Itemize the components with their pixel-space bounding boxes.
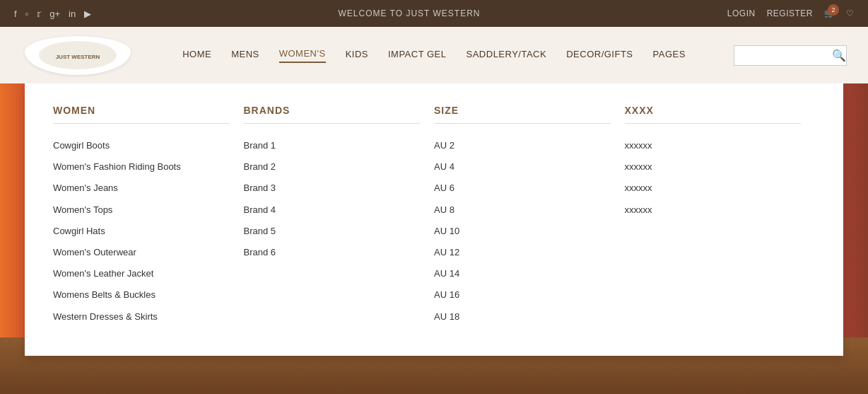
au8-link[interactable]: AU 8 [434,199,611,221]
wishlist-icon[interactable]: ♡ [846,8,854,18]
brand2-link[interactable]: Brand 2 [244,156,421,178]
nav-saddlery[interactable]: SADDLERY/TACK [467,49,547,62]
brand6-link[interactable]: Brand 6 [244,242,421,263]
fashion-riding-boots-link[interactable]: Women's Fashion Riding Boots [53,156,230,178]
size-column-header: SIZE [434,105,611,124]
western-dresses-link[interactable]: Western Dresses & Skirts [53,306,230,328]
nav-decor[interactable]: DECOR/GIFTS [566,49,633,62]
xxxx-column: XXXX xxxxxx xxxxxx xxxxxx xxxxxx [625,105,816,328]
login-link[interactable]: LOGIN [727,8,756,18]
dropdown-grid: WOMEN Cowgirl Boots Women's Fashion Ridi… [53,105,815,328]
logo-svg: JUST WESTERN [35,40,120,71]
brand3-link[interactable]: Brand 3 [244,178,421,199]
xxxx4-link[interactable]: xxxxxx [625,199,802,221]
au16-link[interactable]: AU 16 [434,284,611,306]
cart-badge: 2 [828,4,839,16]
xxxx1-link[interactable]: xxxxxx [625,135,802,156]
register-link[interactable]: REGISTER [767,8,813,18]
top-bar-actions: LOGIN REGISTER 🛒 2 ♡ [727,8,854,18]
womens-belts-link[interactable]: Womens Belts & Buckles [53,284,230,306]
womens-jeans-link[interactable]: Women's Jeans [53,178,230,199]
nav-mens[interactable]: MENS [231,49,259,62]
au10-link[interactable]: AU 10 [434,221,611,242]
instagram-icon[interactable]: ▫ [25,8,29,19]
cowgirl-hats-link[interactable]: Cowgirl Hats [53,221,230,242]
size-column: SIZE AU 2 AU 4 AU 6 AU 8 AU 10 AU 12 AU … [434,105,625,328]
brand1-link[interactable]: Brand 1 [244,135,421,156]
cowgirl-boots-link[interactable]: Cowgirl Boots [53,135,230,156]
au6-link[interactable]: AU 6 [434,178,611,199]
nav-pages[interactable]: PAGES [653,49,686,62]
cart-icon[interactable]: 🛒 2 [824,8,835,18]
facebook-icon[interactable]: f [14,8,17,19]
au14-link[interactable]: AU 14 [434,263,611,284]
womens-leather-jacket-link[interactable]: Women's Leather Jacket [53,263,230,284]
xxxx-column-header: XXXX [625,105,802,124]
twitter-icon[interactable]: 𝕣 [37,8,41,19]
logo[interactable]: JUST WESTERN [21,34,134,76]
youtube-icon[interactable]: ▶ [84,8,91,19]
nav-kids[interactable]: KIDS [346,49,368,62]
logo-image: JUST WESTERN [25,36,131,75]
search-box[interactable]: 🔍 [734,45,847,66]
googleplus-icon[interactable]: g+ [49,8,60,19]
brands-column: BRANDS Brand 1 Brand 2 Brand 3 Brand 4 B… [244,105,435,328]
au18-link[interactable]: AU 18 [434,306,611,328]
linkedin-icon[interactable]: in [69,8,76,19]
nav-home[interactable]: HOME [182,49,211,62]
women-column-header: WOMEN [53,105,230,124]
nav-womens[interactable]: WOMEN'S [279,48,326,63]
social-links: f ▫ 𝕣 g+ in ▶ [14,8,91,19]
main-nav: HOME MENS WOMEN'S KIDS IMPACT GEL SADDLE… [182,48,686,63]
au2-link[interactable]: AU 2 [434,135,611,156]
womens-outerwear-link[interactable]: Women's Outerwear [53,242,230,263]
nav-impact-gel[interactable]: IMPACT GEL [388,49,447,62]
welcome-text: WELCOME TO JUST WESTERN [338,8,480,18]
svg-text:JUST WESTERN: JUST WESTERN [56,54,100,60]
xxxx3-link[interactable]: xxxxxx [625,178,802,199]
search-input[interactable] [740,50,832,61]
womens-tops-link[interactable]: Women's Tops [53,199,230,221]
header: JUST WESTERN HOME MENS WOMEN'S KIDS IMPA… [0,27,868,83]
au12-link[interactable]: AU 12 [434,242,611,263]
brand5-link[interactable]: Brand 5 [244,221,421,242]
women-column: WOMEN Cowgirl Boots Women's Fashion Ridi… [53,105,244,328]
au4-link[interactable]: AU 4 [434,156,611,178]
brand4-link[interactable]: Brand 4 [244,199,421,221]
womens-dropdown: WOMEN Cowgirl Boots Women's Fashion Ridi… [25,83,843,356]
search-icon[interactable]: 🔍 [832,49,846,62]
brands-column-header: BRANDS [244,105,421,124]
xxxx2-link[interactable]: xxxxxx [625,156,802,178]
top-bar: f ▫ 𝕣 g+ in ▶ WELCOME TO JUST WESTERN LO… [0,0,868,27]
